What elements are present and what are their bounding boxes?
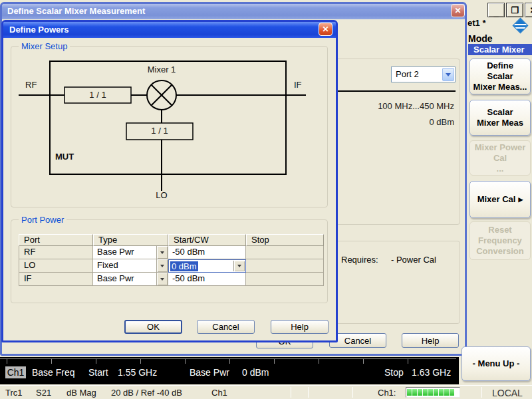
row-if-stop-cell (246, 273, 324, 286)
bg-help-button[interactable]: Help (402, 333, 459, 348)
chevron-down-icon (160, 251, 164, 254)
progress-block (439, 389, 444, 396)
progress-block (423, 389, 428, 396)
chevron-down-icon (160, 278, 164, 281)
base-pwr-label: Base Pwr (190, 367, 229, 378)
chevron-down-icon (160, 265, 164, 267)
column-header-type: Type (93, 234, 168, 246)
rs-logo-icon (512, 17, 528, 33)
rf-frequency-ratio: 1 / 1 (65, 90, 131, 100)
progress-block (412, 389, 417, 396)
sweep-progress-bar (406, 387, 460, 398)
row-if-start-cw-field[interactable]: -50 dBm (168, 273, 246, 286)
window-title: Define Scalar Mixer Measurement (7, 6, 145, 16)
close-icon: ✕ (322, 25, 329, 34)
sweep-axis-ticks (7, 358, 414, 364)
s-parameter: S21 (36, 388, 51, 398)
lo-frequency-ratio: 1 / 1 (126, 126, 193, 136)
dialog-close-button[interactable]: ✕ (319, 23, 332, 36)
chevron-down-icon (237, 265, 241, 267)
softkey-sidebar: et1 * Mode Scalar Mixer Define Scalar Mi… (459, 0, 532, 399)
dropdown-arrow-button[interactable] (156, 273, 168, 285)
status-bar: Trc1 S21 dB Mag 20 dB / Ref -40 dB Ch1 C… (0, 385, 532, 399)
help-button[interactable]: Help (271, 320, 329, 334)
row-rf-type-value: Base Pwr (93, 246, 156, 259)
combo-arrow-button[interactable] (442, 68, 454, 81)
requires-label: Requires: (341, 255, 378, 265)
port-select-combobox[interactable]: Port 2 (391, 66, 456, 82)
power-value: 0 dBm (346, 117, 454, 127)
menu-header-scalar-mixer: Scalar Mixer (468, 44, 532, 55)
row-lo-port-cell: LO (19, 259, 93, 273)
row-rf-start-cw-field[interactable]: -50 dBm (168, 246, 246, 259)
row-rf-type-dropdown[interactable]: Base Pwr (93, 246, 168, 259)
row-lo-start-cw-combobox[interactable]: 0 dBm (168, 259, 246, 273)
active-channel-label: Ch1: (378, 388, 396, 398)
cancel-button[interactable]: Cancel (197, 320, 255, 334)
bg-diagram-line (336, 90, 456, 92)
dialog-title: Define Powers (9, 25, 69, 35)
row-if-type-dropdown[interactable]: Base Pwr (93, 273, 168, 286)
if-port-label: IF (294, 80, 302, 90)
progress-block (450, 389, 454, 396)
base-pwr-value: 0 dBm (242, 367, 269, 378)
rf-port-label: RF (25, 80, 37, 90)
progress-block (444, 389, 449, 396)
menu-title: Mode (468, 33, 493, 44)
dropdown-arrow-button[interactable] (156, 259, 168, 272)
port-power-group-label: Port Power (19, 215, 66, 225)
statusbar-separator (308, 387, 309, 398)
softkey-define-scalar-mixer-meas[interactable]: Define Scalar Mixer Meas... (469, 59, 531, 94)
setup-name: et1 * (467, 18, 485, 28)
row-if-type-value: Base Pwr (93, 273, 156, 285)
progress-block (434, 389, 438, 396)
port-select-value: Port 2 (392, 67, 442, 82)
softkey-scalar-mixer-meas[interactable]: Scalar Mixer Meas (469, 100, 531, 136)
dropdown-arrow-button[interactable] (233, 261, 245, 271)
statusbar-separator (352, 387, 353, 398)
row-rf-stop-cell (246, 246, 324, 259)
progress-block (428, 389, 433, 396)
row-lo-start-cw-selected-text: 0 dBm (170, 261, 198, 271)
trace-format: dB Mag (66, 388, 96, 398)
mixer-name-label: Mixer 1 (135, 65, 188, 74)
row-lo-stop-cell (246, 259, 324, 273)
column-header-start-cw: Start/CW (168, 234, 246, 246)
row-if-port-cell: IF (19, 273, 93, 286)
combo-spacer (198, 260, 233, 272)
row-lo-type-dropdown[interactable]: Fixed (93, 259, 168, 273)
softkey-mixer-cal[interactable]: Mixer Cal ▶ (469, 181, 531, 218)
chevron-down-icon (446, 73, 451, 76)
trace-name: Trc1 (5, 388, 23, 398)
progress-block (418, 389, 422, 396)
start-label: Start (88, 367, 108, 378)
trace-channel: Ch1 (211, 388, 227, 398)
mut-label: MUT (55, 152, 74, 162)
dialog-titlebar: Define Powers ✕ (3, 22, 336, 38)
ok-button[interactable]: OK (124, 320, 182, 334)
channel-badge: Ch1 (5, 366, 26, 378)
lo-port-label: LO (154, 190, 170, 200)
statusbar-separator (291, 387, 291, 398)
window-titlebar: Define Scalar Mixer Measurement ✕ (2, 4, 465, 19)
row-lo-type-value: Fixed (93, 259, 156, 272)
requires-value: - Power Cal (391, 255, 436, 265)
define-powers-dialog: Define Powers ✕ Mixer Setup Mixer 1 RF I… (1, 20, 338, 342)
channel-info-bar: Ch1 Base Freq Start 1.55 GHz Base Pwr 0 … (0, 357, 459, 384)
progress-block (407, 389, 412, 396)
stop-value: 1.63 GHz (412, 367, 451, 378)
submenu-arrow-icon: ▶ (518, 194, 523, 205)
dropdown-arrow-button[interactable] (156, 246, 168, 259)
column-header-port: Port (19, 234, 93, 246)
sweep-type-label: Base Freq (32, 367, 75, 378)
port-power-table: Port Type Start/CW Stop RF Base Pwr -50 … (19, 234, 325, 286)
column-header-stop: Stop (246, 234, 324, 246)
softkey-mixer-power-cal: Mixer Power Cal ... (469, 140, 531, 176)
softkey-mixer-cal-label: Mixer Cal (477, 194, 516, 205)
row-rf-port-cell: RF (19, 246, 93, 259)
mixer-setup-group-label: Mixer Setup (19, 41, 70, 51)
softkey-menu-up[interactable]: - Menu Up - (462, 346, 531, 381)
trace-scale: 20 dB / Ref -40 dB (111, 388, 182, 398)
frequency-range-value: 100 MHz...450 MHz (346, 101, 454, 111)
start-value: 1.55 GHz (118, 367, 157, 378)
